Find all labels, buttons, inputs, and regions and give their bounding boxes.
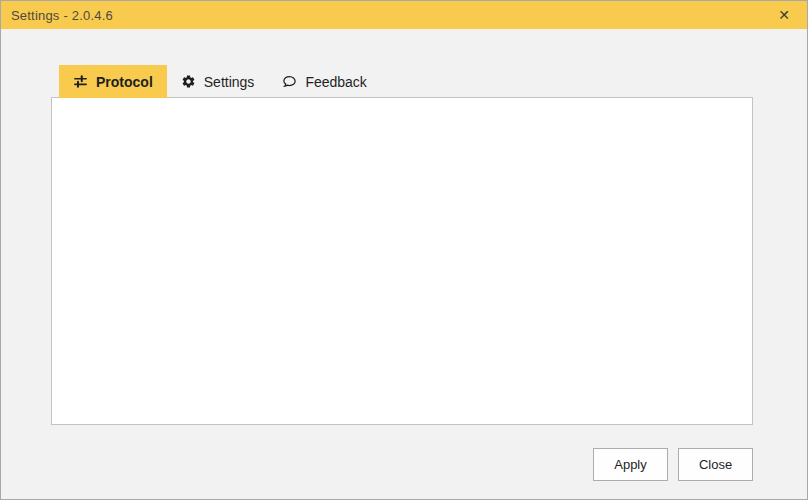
tab-settings[interactable]: Settings bbox=[167, 65, 269, 98]
close-button[interactable]: Close bbox=[678, 448, 753, 481]
gear-icon bbox=[181, 74, 196, 89]
speech-bubble-icon bbox=[282, 74, 297, 89]
window-title: Settings - 2.0.4.6 bbox=[11, 8, 113, 23]
sliders-icon bbox=[73, 74, 88, 89]
tab-bar: Protocol Settings Feedback bbox=[59, 65, 381, 98]
tab-settings-label: Settings bbox=[204, 74, 255, 90]
tab-feedback-label: Feedback bbox=[305, 74, 366, 90]
titlebar[interactable]: Settings - 2.0.4.6 ✕ bbox=[1, 1, 807, 29]
protocol-panel bbox=[51, 97, 753, 425]
tab-protocol-label: Protocol bbox=[96, 74, 153, 90]
window-close-icon[interactable]: ✕ bbox=[761, 1, 807, 29]
settings-window: Settings - 2.0.4.6 ✕ Protocol Settings bbox=[0, 0, 808, 500]
tab-protocol[interactable]: Protocol bbox=[59, 65, 167, 98]
apply-button[interactable]: Apply bbox=[593, 448, 668, 481]
tab-feedback[interactable]: Feedback bbox=[268, 65, 380, 98]
